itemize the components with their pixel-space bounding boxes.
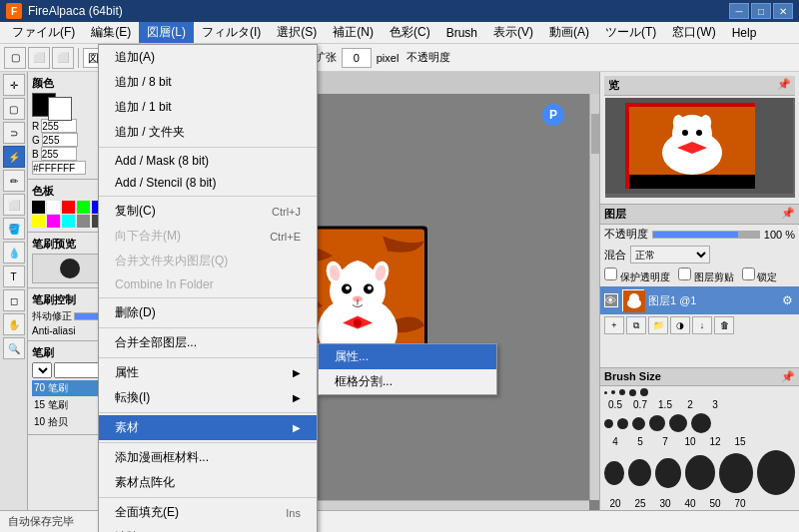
brush-dot-10[interactable]	[649, 415, 665, 431]
menu-brush[interactable]: Brush	[438, 24, 485, 42]
brush-dot-2[interactable]	[629, 389, 636, 396]
tool-pen[interactable]: ✏	[3, 170, 25, 192]
menu-add-folder[interactable]: 追加 / 文件夹	[99, 120, 317, 145]
menu-add[interactable]: 追加(A)	[99, 45, 317, 70]
tool-text[interactable]: T	[3, 266, 25, 287]
b-input[interactable]	[41, 147, 77, 161]
protect-alpha-check[interactable]: 保护透明度	[604, 267, 670, 284]
tool-lasso[interactable]: ⊃	[3, 122, 25, 144]
menu-clear[interactable]: 清除(E) Del	[99, 525, 317, 532]
layer-add-btn[interactable]: +	[604, 316, 624, 334]
palette-color[interactable]	[32, 201, 45, 214]
brush-dot-30[interactable]	[655, 458, 681, 488]
tool-fill[interactable]: 🪣	[3, 218, 25, 240]
brush-dot-40[interactable]	[685, 455, 715, 490]
clipping-check[interactable]: 图层剪贴	[678, 267, 734, 284]
blend-select[interactable]: 正常	[630, 246, 710, 264]
menu-filter[interactable]: フィルタ(I)	[194, 22, 269, 43]
palette-color[interactable]	[47, 201, 60, 214]
tool-shape[interactable]: ◻	[3, 289, 25, 311]
submenu-frame-split[interactable]: 框格分割...	[319, 369, 496, 394]
palette-color[interactable]	[77, 215, 90, 228]
layer-pin[interactable]: 📌	[781, 207, 795, 222]
tool-move[interactable]: ✛	[3, 74, 25, 96]
menu-layer[interactable]: 図層(L)	[139, 22, 194, 43]
submenu-properties[interactable]: 属性...	[319, 344, 496, 369]
menu-convert[interactable]: 転換(I) ▶	[99, 385, 317, 410]
material-submenu[interactable]: 属性... 框格分割...	[318, 343, 497, 395]
menu-material[interactable]: 素材 ▶	[99, 415, 317, 440]
menu-help[interactable]: Help	[724, 24, 765, 42]
brush-dot-3[interactable]	[640, 388, 648, 396]
menu-add-mask[interactable]: Add / Mask (8 bit)	[99, 150, 317, 172]
menu-properties-arrow[interactable]: 属性 ▶	[99, 360, 317, 385]
tool-hand[interactable]: ✋	[3, 313, 25, 335]
tool-select-rect[interactable]: ▢	[3, 98, 25, 120]
menu-file[interactable]: ファイル(F)	[4, 22, 83, 43]
brush-dot-05[interactable]	[604, 391, 607, 394]
menu-animation[interactable]: 動画(A)	[541, 22, 597, 43]
brush-dot-4[interactable]	[604, 419, 613, 428]
expand-input[interactable]	[342, 48, 372, 68]
menu-merge-all[interactable]: 合并全部图层...	[99, 330, 317, 355]
brush-dot-70[interactable]	[757, 450, 795, 495]
g-input[interactable]	[42, 133, 78, 147]
brush-dot-07[interactable]	[611, 390, 615, 394]
tool-wand[interactable]: ⚡	[3, 146, 25, 168]
preview-pin[interactable]: 📌	[777, 78, 791, 93]
menu-select[interactable]: 選択(S)	[269, 22, 325, 43]
layer-dropdown-menu[interactable]: 追加(A) 追加 / 8 bit 追加 / 1 bit 追加 / 文件夹 Add…	[98, 44, 318, 532]
brush-dot-15[interactable]	[619, 389, 625, 395]
layer-settings-icon[interactable]: ⚙	[779, 292, 795, 308]
menu-add-stencil[interactable]: Add / Stencil (8 bit)	[99, 172, 317, 194]
palette-color[interactable]	[47, 215, 60, 228]
palette-color[interactable]	[77, 201, 90, 214]
menu-delete[interactable]: 删除(D)	[99, 300, 317, 325]
menu-combine-folder[interactable]: Combine In Folder	[99, 273, 317, 295]
layer-folder-btn[interactable]: 📁	[648, 316, 668, 334]
menu-view[interactable]: 表示(V)	[485, 22, 541, 43]
r-input[interactable]	[41, 119, 77, 133]
brush-dot-25[interactable]	[628, 459, 651, 486]
opacity-bar[interactable]	[652, 231, 760, 239]
pen-select[interactable]: #1	[32, 362, 52, 378]
brush-dot-5[interactable]	[617, 418, 628, 429]
menu-edit[interactable]: 編集(E)	[83, 22, 139, 43]
brush-dot-20[interactable]	[604, 461, 624, 485]
tool-eyedrop[interactable]: 💧	[3, 242, 25, 264]
scrollbar-vertical[interactable]	[589, 94, 599, 500]
tool-select-btn[interactable]: ▢	[4, 47, 26, 69]
layer-row-1[interactable]: 👁 图层1 @1 ⚙	[600, 286, 799, 314]
brush-dot-12[interactable]	[669, 414, 687, 432]
tool-lasso-btn[interactable]: ⬜	[28, 47, 50, 69]
brush-dot-7[interactable]	[632, 417, 645, 430]
close-button[interactable]: ✕	[773, 3, 793, 19]
menu-fill-all[interactable]: 全面填充(E) Ins	[99, 500, 317, 525]
scrollbar-v-thumb[interactable]	[591, 114, 599, 154]
menu-rasterize[interactable]: 素材点阵化	[99, 470, 317, 495]
lock-check[interactable]: 锁定	[742, 267, 778, 284]
title-bar-buttons[interactable]: ─ □ ✕	[729, 3, 793, 19]
brush-dot-50[interactable]	[719, 453, 753, 493]
menu-tools[interactable]: ツール(T)	[597, 22, 664, 43]
palette-color[interactable]	[32, 215, 45, 228]
palette-color[interactable]	[62, 201, 75, 214]
palette-color[interactable]	[62, 215, 75, 228]
menu-correct[interactable]: 補正(N)	[325, 22, 382, 43]
menu-merge-folder[interactable]: 合并文件夹内图层(Q)	[99, 249, 317, 273]
menu-color[interactable]: 色彩(C)	[382, 22, 438, 43]
layer-copy-btn[interactable]: ⧉	[626, 316, 646, 334]
tool-eraser[interactable]: ⬜	[3, 194, 25, 216]
menu-add-1bit[interactable]: 追加 / 1 bit	[99, 95, 317, 120]
minimize-button[interactable]: ─	[729, 3, 749, 19]
tool-zoom[interactable]: 🔍	[3, 337, 25, 359]
hex-input[interactable]	[32, 161, 86, 175]
menu-add-8bit[interactable]: 追加 / 8 bit	[99, 70, 317, 95]
menu-merge-down[interactable]: 向下合并(M) Ctrl+E	[99, 224, 317, 249]
layer-download-btn[interactable]: ↓	[692, 316, 712, 334]
menu-duplicate[interactable]: 复制(C) Ctrl+J	[99, 199, 317, 224]
brush-size-pin[interactable]: 📌	[781, 370, 795, 383]
bg-color-swatch[interactable]	[48, 97, 72, 121]
layer-visibility-icon[interactable]: 👁	[604, 293, 618, 307]
layer-mask-btn[interactable]: ◑	[670, 316, 690, 334]
